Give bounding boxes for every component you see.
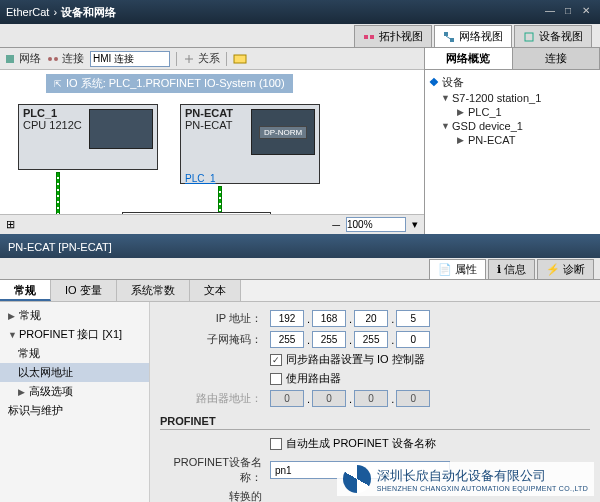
watermark-logo-icon (343, 465, 371, 493)
ruler-icon[interactable]: ⊞ (6, 218, 15, 231)
router-label: 路由器地址： (160, 391, 270, 406)
tab-texts[interactable]: 文本 (190, 280, 241, 301)
tool-network[interactable]: 网络 (4, 51, 41, 66)
router-octet-2 (312, 390, 346, 407)
mask-octet-3[interactable] (354, 331, 388, 348)
svg-point-8 (54, 57, 58, 61)
tab-general[interactable]: 常规 (0, 280, 51, 301)
nav-general2[interactable]: 常规 (0, 344, 149, 363)
nav-advanced[interactable]: ▶高级选项 (0, 382, 149, 401)
controller-link[interactable]: PLC_1 (181, 173, 319, 184)
tab-network-overview[interactable]: 网络概览 (425, 48, 513, 69)
tab-network[interactable]: 网络视图 (434, 25, 512, 47)
tree-header: ❖ 设备 (429, 74, 596, 91)
svg-rect-6 (6, 55, 14, 63)
tab-iovars[interactable]: IO 变量 (51, 280, 117, 301)
app-name: EtherCat (6, 6, 49, 18)
inspector-tabs: 📄属性 ℹ信息 ⚡诊断 (0, 258, 600, 280)
ip-octet-1[interactable] (270, 310, 304, 327)
side-panel: 网络概览 连接 ❖ 设备 ▼S7-1200 station_1 ▶PLC_1 ▼… (425, 48, 600, 234)
network-icon (443, 31, 455, 43)
profinet-wire[interactable] (218, 186, 222, 214)
plc-module-icon (89, 109, 153, 149)
canvas-toolbar: 网络 连接 关系 (0, 48, 424, 70)
tree-item[interactable]: ▼GSD device_1 (429, 119, 596, 133)
autogen-label: 自动生成 PROFINET 设备名称 (286, 436, 436, 451)
properties-icon: 📄 (438, 263, 452, 276)
tool-relations[interactable]: 关系 (183, 51, 220, 66)
tree-item[interactable]: ▶PN-ECAT (429, 133, 596, 147)
topology-icon (363, 31, 375, 43)
tab-sysconst[interactable]: 系统常数 (117, 280, 190, 301)
svg-point-7 (48, 57, 52, 61)
mask-octet-1[interactable] (270, 331, 304, 348)
ip-octet-4[interactable] (396, 310, 430, 327)
tree-item[interactable]: ▶PLC_1 (429, 105, 596, 119)
watermark-cn: 深圳长欣自动化设备有限公司 (377, 467, 588, 485)
property-tabs: 常规 IO 变量 系统常数 文本 (0, 280, 600, 302)
profinet-wire[interactable] (56, 172, 60, 214)
dp-norm-badge: DP-NORM (259, 126, 307, 139)
profinet-section: PROFINET (160, 413, 590, 430)
nav-ident[interactable]: 标识与维护 (0, 401, 149, 420)
tab-diagnostics[interactable]: ⚡诊断 (537, 259, 594, 279)
zoom-dropdown-icon[interactable]: ▾ (412, 218, 418, 231)
tool-highlight-icon[interactable] (233, 53, 247, 65)
page-title: 设备和网络 (61, 5, 116, 20)
svg-rect-5 (525, 33, 533, 41)
use-router-label: 使用路由器 (286, 371, 341, 386)
tab-device[interactable]: 设备视图 (514, 25, 592, 47)
router-octet-1 (270, 390, 304, 407)
convname-label: 转换的 (160, 489, 270, 502)
device-tree: ❖ 设备 ▼S7-1200 station_1 ▶PLC_1 ▼GSD devi… (425, 70, 600, 234)
mask-octet-2[interactable] (312, 331, 346, 348)
device-icon (523, 31, 535, 43)
autogen-checkbox[interactable] (270, 438, 282, 450)
tab-info[interactable]: ℹ信息 (488, 259, 535, 279)
device-plc1[interactable]: PLC_1CPU 1212C (18, 104, 158, 170)
watermark-en: SHENZHEN CHANGXIN AUTOMATION EQUIPMENT C… (377, 485, 588, 492)
hmi-dropdown[interactable] (90, 51, 170, 67)
tab-topology[interactable]: 拓扑视图 (354, 25, 432, 47)
router-octet-3 (354, 390, 388, 407)
ip-octet-2[interactable] (312, 310, 346, 327)
info-icon: ℹ (497, 263, 501, 276)
network-canvas[interactable]: ⇱IO 系统: PLC_1.PROFINET IO-System (100) P… (0, 70, 424, 214)
inspector-title: PN-ECAT [PN-ECAT] (8, 241, 112, 253)
wire-label[interactable]: PLC_1.PROFINET IO-Syste… (122, 212, 271, 214)
breadcrumb-sep: › (53, 6, 57, 18)
tab-connections[interactable]: 连接 (513, 48, 601, 69)
mask-octet-4[interactable] (396, 331, 430, 348)
ip-label: IP 地址： (160, 311, 270, 326)
title-bar: EtherCat › 设备和网络 — □ ✕ (0, 0, 600, 24)
zoom-select[interactable] (346, 217, 406, 232)
close-icon[interactable]: ✕ (578, 5, 594, 19)
tree-item[interactable]: ▼S7-1200 station_1 (429, 91, 596, 105)
nav-general[interactable]: ▶常规 (0, 306, 149, 325)
zoom-out-icon[interactable]: ─ (332, 219, 340, 231)
tab-properties[interactable]: 📄属性 (429, 259, 486, 279)
nav-ethernet-addr[interactable]: 以太网地址 (0, 363, 149, 382)
svg-rect-0 (364, 35, 368, 39)
maximize-icon[interactable]: □ (560, 5, 576, 19)
router-octet-4 (396, 390, 430, 407)
zoom-bar: ⊞ ─ ▾ (0, 214, 424, 234)
sync-router-label: 同步路由器设置与 IO 控制器 (286, 352, 425, 367)
svg-rect-2 (444, 32, 448, 36)
svg-rect-9 (234, 55, 246, 63)
minimize-icon[interactable]: — (542, 5, 558, 19)
ecat-module-icon: DP-NORM (251, 109, 315, 155)
use-router-checkbox[interactable] (270, 373, 282, 385)
inspector-header: PN-ECAT [PN-ECAT] (0, 236, 600, 258)
sync-router-checkbox[interactable]: ✓ (270, 354, 282, 366)
property-nav: ▶常规 ▼PROFINET 接口 [X1] 常规 以太网地址 ▶高级选项 标识与… (0, 302, 150, 502)
device-pnecat[interactable]: PN-ECATPN-ECAT DP-NORM PLC_1 (180, 104, 320, 184)
mask-label: 子网掩码： (160, 332, 270, 347)
nav-profinet-if[interactable]: ▼PROFINET 接口 [X1] (0, 325, 149, 344)
watermark: 深圳长欣自动化设备有限公司 SHENZHEN CHANGXIN AUTOMATI… (337, 462, 594, 496)
io-system-label[interactable]: ⇱IO 系统: PLC_1.PROFINET IO-System (100) (46, 74, 293, 93)
diag-icon: ⚡ (546, 263, 560, 276)
tool-connections[interactable]: 连接 (47, 51, 84, 66)
ip-octet-3[interactable] (354, 310, 388, 327)
svg-rect-1 (370, 35, 374, 39)
